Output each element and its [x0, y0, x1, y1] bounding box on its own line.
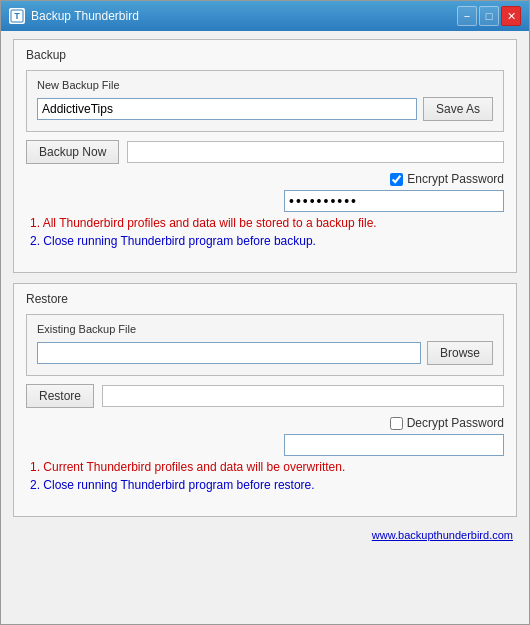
restore-section: Restore Existing Backup File Browse Rest… [13, 283, 517, 517]
restore-filename-row: Browse [37, 341, 493, 365]
restore-progress-bar [102, 385, 504, 407]
existing-backup-file-section: Existing Backup File Browse [26, 314, 504, 376]
svg-text:T: T [14, 11, 20, 21]
decrypt-row: Decrypt Password [26, 416, 504, 430]
encrypt-password-checkbox[interactable] [390, 173, 403, 186]
window-title: Backup Thunderbird [31, 9, 139, 23]
backup-notes: 1. All Thunderbird profiles and data wil… [26, 212, 504, 256]
restore-notes: 1. Current Thunderbird profiles and data… [26, 456, 504, 500]
backup-section-label: Backup [26, 48, 504, 62]
restore-button[interactable]: Restore [26, 384, 94, 408]
website-link[interactable]: www.backupthunderbird.com [372, 529, 513, 541]
encrypt-password-text: Encrypt Password [407, 172, 504, 186]
existing-backup-file-label: Existing Backup File [37, 323, 493, 335]
decrypt-password-checkbox[interactable] [390, 417, 403, 430]
main-window: T Backup Thunderbird − □ ✕ Backup New Ba… [0, 0, 530, 625]
backup-filename-input[interactable] [37, 98, 417, 120]
decrypt-password-text: Decrypt Password [407, 416, 504, 430]
backup-progress-bar [127, 141, 504, 163]
restore-note-1: 1. Current Thunderbird profiles and data… [26, 460, 504, 474]
title-bar-buttons: − □ ✕ [457, 6, 521, 26]
backup-password-input[interactable] [284, 190, 504, 212]
restore-password-input[interactable] [284, 434, 504, 456]
browse-button[interactable]: Browse [427, 341, 493, 365]
minimize-button[interactable]: − [457, 6, 477, 26]
backup-filename-row: Save As [37, 97, 493, 121]
close-button[interactable]: ✕ [501, 6, 521, 26]
backup-note-1: 1. All Thunderbird profiles and data wil… [26, 216, 504, 230]
encrypt-password-label[interactable]: Encrypt Password [390, 172, 504, 186]
maximize-button[interactable]: □ [479, 6, 499, 26]
restore-section-label: Restore [26, 292, 504, 306]
restore-filename-input[interactable] [37, 342, 421, 364]
decrypt-password-label[interactable]: Decrypt Password [390, 416, 504, 430]
backup-action-row: Backup Now [26, 140, 504, 164]
backup-now-button[interactable]: Backup Now [26, 140, 119, 164]
backup-section: Backup New Backup File Save As Backup No… [13, 39, 517, 273]
footer-row: www.backupthunderbird.com [13, 527, 517, 545]
restore-password-row [26, 434, 504, 456]
backup-password-row [26, 190, 504, 212]
app-icon: T [9, 8, 25, 24]
main-content: Backup New Backup File Save As Backup No… [1, 31, 529, 624]
restore-action-row: Restore [26, 384, 504, 408]
new-backup-file-label: New Backup File [37, 79, 493, 91]
title-bar: T Backup Thunderbird − □ ✕ [1, 1, 529, 31]
title-bar-left: T Backup Thunderbird [9, 8, 139, 24]
restore-note-2: 2. Close running Thunderbird program bef… [26, 478, 504, 492]
new-backup-file-section: New Backup File Save As [26, 70, 504, 132]
backup-note-2: 2. Close running Thunderbird program bef… [26, 234, 504, 248]
save-as-button[interactable]: Save As [423, 97, 493, 121]
encrypt-row: Encrypt Password [26, 172, 504, 186]
